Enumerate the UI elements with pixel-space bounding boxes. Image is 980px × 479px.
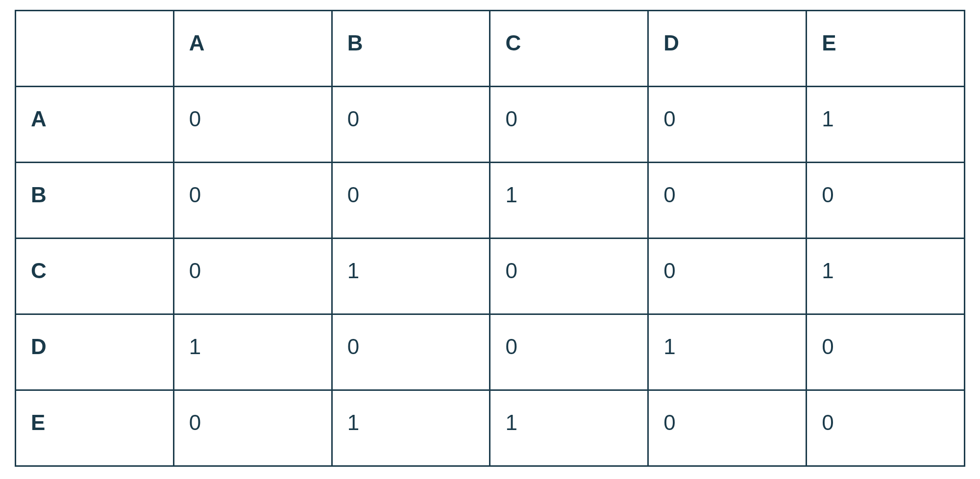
adjacency-matrix-table: A B C D E A 0 0 0 0 1 B 0 0 1 0 0 (15, 10, 965, 467)
row-header-C: C (16, 239, 174, 314)
row-header-A: A (16, 87, 174, 163)
row-header-E: E (16, 390, 174, 466)
cell-value: 0 (173, 163, 332, 239)
table-row: C 0 1 0 0 1 (16, 239, 965, 314)
table-row: B 0 0 1 0 0 (16, 163, 965, 239)
cell-value: 1 (490, 390, 648, 466)
cell-value: 0 (173, 390, 332, 466)
col-header-B: B (332, 11, 490, 87)
header-row: A B C D E (16, 11, 965, 87)
corner-cell (16, 11, 174, 87)
table-container: A B C D E A 0 0 0 0 1 B 0 0 1 0 0 (0, 0, 980, 477)
cell-value: 0 (332, 163, 490, 239)
cell-value: 0 (332, 87, 490, 163)
cell-value: 0 (648, 163, 807, 239)
cell-value: 1 (648, 314, 807, 390)
cell-value: 0 (332, 314, 490, 390)
cell-value: 0 (807, 314, 965, 390)
cell-value: 0 (807, 390, 965, 466)
cell-value: 0 (648, 239, 807, 314)
cell-value: 1 (490, 163, 648, 239)
cell-value: 1 (332, 239, 490, 314)
cell-value: 1 (807, 239, 965, 314)
table-row: E 0 1 1 0 0 (16, 390, 965, 466)
cell-value: 1 (332, 390, 490, 466)
cell-value: 0 (648, 87, 807, 163)
row-header-D: D (16, 314, 174, 390)
cell-value: 1 (807, 87, 965, 163)
table-row: D 1 0 0 1 0 (16, 314, 965, 390)
cell-value: 0 (490, 87, 648, 163)
cell-value: 1 (173, 314, 332, 390)
cell-value: 0 (648, 390, 807, 466)
col-header-C: C (490, 11, 648, 87)
cell-value: 0 (173, 239, 332, 314)
cell-value: 0 (490, 314, 648, 390)
cell-value: 0 (490, 239, 648, 314)
cell-value: 0 (807, 163, 965, 239)
col-header-A: A (173, 11, 332, 87)
col-header-E: E (807, 11, 965, 87)
row-header-B: B (16, 163, 174, 239)
col-header-D: D (648, 11, 807, 87)
cell-value: 0 (173, 87, 332, 163)
table-row: A 0 0 0 0 1 (16, 87, 965, 163)
